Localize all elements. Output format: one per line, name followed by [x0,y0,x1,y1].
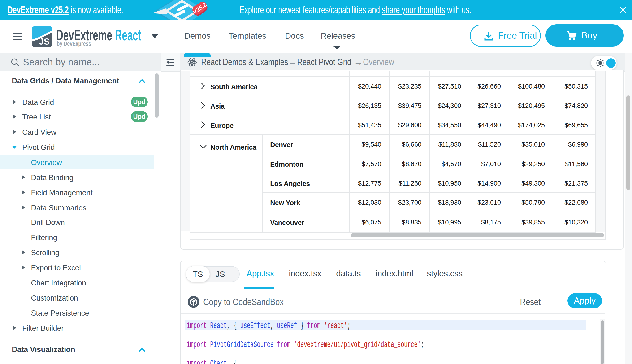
svg-text:JS: JS [39,37,50,46]
